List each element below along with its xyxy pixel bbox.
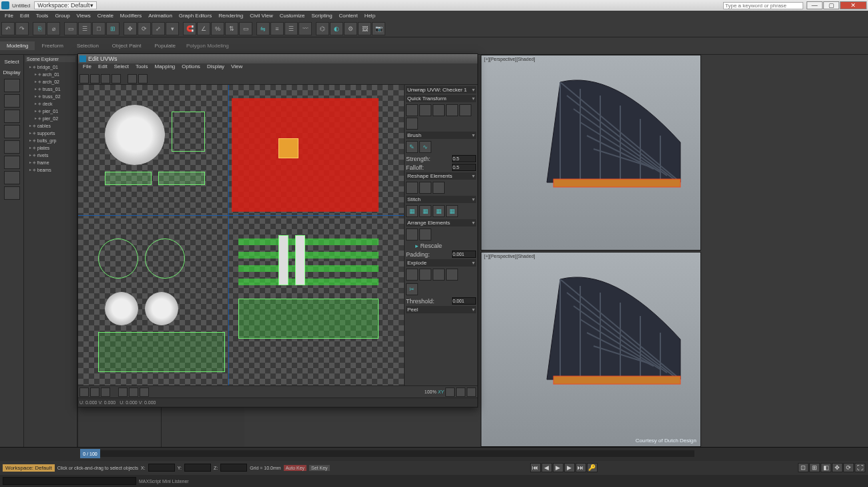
uv-subobj-polygon-icon[interactable]: [101, 387, 110, 397]
uv-menu-mapping[interactable]: Mapping: [152, 63, 179, 73]
align-top-icon[interactable]: [433, 104, 445, 116]
uv-island[interactable]: [278, 235, 288, 285]
explode-2-icon[interactable]: [419, 269, 431, 281]
redo-icon[interactable]: ↷: [15, 22, 29, 35]
menu-file[interactable]: File: [1, 13, 17, 19]
quick-transform-header[interactable]: Quick Transform: [406, 95, 476, 102]
undo-icon[interactable]: ↶: [1, 22, 15, 35]
uv-island[interactable]: [172, 112, 205, 152]
menu-civil-view[interactable]: Civil View: [246, 13, 276, 19]
select-name-icon[interactable]: ☰: [78, 22, 91, 35]
zoom-all-icon[interactable]: ⊞: [809, 463, 820, 472]
maxscript-input[interactable]: [3, 477, 136, 485]
maximize-viewport-icon[interactable]: ⛶: [855, 463, 865, 472]
uv-move-icon[interactable]: [79, 74, 89, 84]
scene-node[interactable]: supports: [25, 130, 75, 137]
straighten-icon[interactable]: [406, 182, 418, 194]
scene-node[interactable]: cables: [25, 122, 75, 130]
ref-coord-icon[interactable]: ▾: [166, 22, 179, 35]
scene-node[interactable]: bridge_01: [25, 63, 75, 71]
link-icon[interactable]: ⎘: [33, 22, 46, 35]
align-icon[interactable]: ≡: [270, 22, 284, 35]
peel-header[interactable]: Peel: [406, 306, 476, 313]
zoom-extents-icon[interactable]: ⊡: [798, 463, 809, 472]
ribbon-tab-populate[interactable]: Populate: [148, 41, 182, 50]
viewport-bottom[interactable]: [+][Perspective][Shaded] Cour: [481, 252, 701, 448]
uv-island[interactable]: [238, 299, 379, 339]
threshold-input[interactable]: [452, 297, 476, 305]
play-icon[interactable]: ▶: [553, 463, 564, 472]
menu-modifiers[interactable]: Modifiers: [117, 13, 145, 19]
goto-end-icon[interactable]: ⏭: [576, 463, 586, 472]
uv-island[interactable]: [105, 172, 152, 185]
menu-rendering[interactable]: Rendering: [215, 13, 246, 19]
scene-node[interactable]: pier_02: [25, 115, 75, 122]
named-sets-icon[interactable]: ▭: [239, 22, 252, 35]
uv-zoom-region-icon[interactable]: [456, 387, 465, 397]
align-left-icon[interactable]: [406, 104, 418, 116]
scene-node[interactable]: beams: [25, 166, 75, 174]
brush-falloff-input[interactable]: [452, 164, 476, 171]
uv-canvas[interactable]: [78, 85, 404, 385]
scene-tab-display[interactable]: Display: [1, 68, 21, 77]
stitch-4-icon[interactable]: ▦: [446, 205, 458, 217]
scene-node[interactable]: pier_01: [25, 108, 75, 115]
uv-lock-icon[interactable]: [129, 387, 138, 397]
menu-customize[interactable]: Customize: [276, 13, 308, 19]
x-input[interactable]: [148, 464, 175, 472]
rect-select-icon[interactable]: □: [92, 22, 105, 35]
rotate-ccw-icon[interactable]: [459, 104, 471, 116]
reshape-header[interactable]: Reshape Elements: [406, 172, 476, 180]
menu-group[interactable]: Group: [51, 13, 73, 19]
uv-island[interactable]: [98, 238, 138, 279]
scene-tab-select[interactable]: Select: [3, 57, 20, 66]
filter-bones-icon[interactable]: [4, 171, 20, 184]
uv-menu-file[interactable]: File: [79, 63, 95, 73]
maximize-button[interactable]: ▢: [823, 1, 839, 9]
brush-header[interactable]: Brush: [406, 132, 476, 139]
scene-node[interactable]: plates: [25, 144, 75, 152]
timeline-track[interactable]: [80, 450, 694, 457]
uv-island[interactable]: [145, 238, 185, 279]
uv-subobj-vertex-icon[interactable]: [79, 387, 89, 397]
help-search[interactable]: [723, 2, 803, 9]
scene-node[interactable]: bolts_grp: [25, 137, 75, 144]
angle-snap-icon[interactable]: ∠: [197, 22, 210, 35]
minimize-button[interactable]: —: [807, 1, 823, 9]
scene-node[interactable]: deck: [25, 100, 75, 108]
field-of-view-icon[interactable]: ◧: [821, 463, 831, 472]
uv-side-header[interactable]: Unwrap UVW: Checker 1: [406, 86, 476, 94]
explode-3-icon[interactable]: [433, 269, 445, 281]
goto-start-icon[interactable]: ⏮: [530, 463, 541, 472]
filter-helpers-icon[interactable]: [4, 140, 20, 154]
uv-island[interactable]: [238, 265, 379, 272]
menu-help[interactable]: Help: [361, 13, 379, 19]
pack-2-icon[interactable]: [419, 228, 431, 240]
viewport-bottom-label[interactable]: [+][Perspective][Shaded]: [484, 254, 535, 259]
next-frame-icon[interactable]: ▶: [564, 463, 575, 472]
stitch-1-icon[interactable]: ▦: [406, 205, 418, 217]
curve-editor-icon[interactable]: 〰: [298, 22, 312, 35]
menu-edit[interactable]: Edit: [17, 13, 33, 19]
uv-island[interactable]: [238, 279, 379, 285]
uv-rotate-icon[interactable]: [90, 74, 99, 84]
relax-icon[interactable]: [419, 182, 431, 194]
menu-scripting[interactable]: Scripting: [308, 13, 335, 19]
spinner-snap-icon[interactable]: ⇅: [225, 22, 238, 35]
uv-editor-titlebar[interactable]: Edit UVWs: [78, 54, 477, 63]
select-icon[interactable]: ▭: [64, 22, 77, 35]
uv-menu-options[interactable]: Options: [178, 63, 204, 73]
unlink-icon[interactable]: ⌀: [47, 22, 60, 35]
uv-menu-tools[interactable]: Tools: [132, 63, 152, 73]
schematic-icon[interactable]: ⌬: [316, 22, 329, 35]
setkey-button[interactable]: Set Key: [309, 465, 330, 471]
filter-geometry-icon[interactable]: [4, 79, 20, 92]
filter-lights-icon[interactable]: [4, 110, 20, 123]
autokey-button[interactable]: Auto Key: [284, 465, 306, 471]
explode-break-icon[interactable]: ✂: [406, 283, 418, 295]
uv-scale-icon[interactable]: [101, 74, 110, 84]
ribbon-tab-modeling[interactable]: Modeling: [0, 41, 35, 50]
window-cross-icon[interactable]: ⊞: [106, 22, 120, 35]
stitch-header[interactable]: Stitch: [406, 196, 476, 203]
explode-1-icon[interactable]: [406, 269, 418, 281]
